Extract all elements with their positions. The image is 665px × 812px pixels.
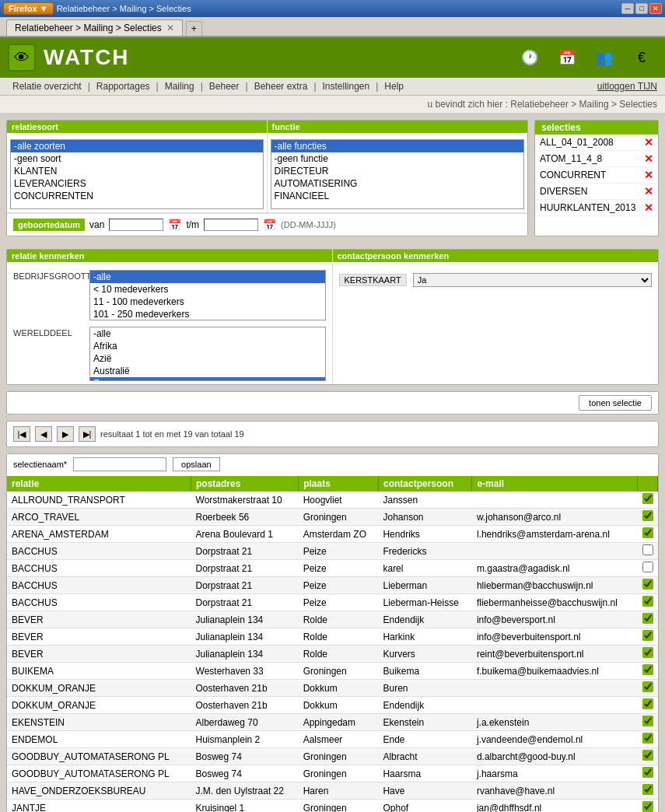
row-checkbox[interactable] (642, 630, 653, 641)
cell-relatie: BACCHUS (7, 560, 191, 577)
maximize-button[interactable]: □ (635, 3, 648, 14)
cell-checkbox[interactable] (638, 492, 658, 509)
main-tab[interactable]: Relatiebeheer > Mailing > Selecties ✕ (6, 19, 183, 36)
row-checkbox[interactable] (642, 613, 653, 624)
firefox-button[interactable]: Firefox ▼ (3, 2, 54, 15)
relatiesoort-option-geen[interactable]: -geen soort (11, 152, 263, 165)
wd-option-europa[interactable]: Europa (90, 377, 325, 381)
row-checkbox[interactable] (642, 544, 653, 555)
minimize-button[interactable]: ─ (621, 3, 634, 14)
relatiesoort-option-klanten[interactable]: KLANTEN (11, 165, 263, 177)
finance-icon[interactable]: € (626, 44, 657, 72)
bg-option-alle[interactable]: -alle (90, 271, 325, 283)
nav-instellingen[interactable]: Instellingen (318, 81, 375, 92)
cell-checkbox[interactable] (638, 526, 658, 543)
functie-listbox[interactable]: -alle functies -geen functie DIRECTEUR A… (271, 139, 525, 209)
row-checkbox[interactable] (642, 579, 653, 590)
kerstkaart-select[interactable]: Ja Nee -alle (413, 273, 652, 287)
wd-option-alle[interactable]: -alle (90, 327, 325, 340)
nav-relatie-overzicht[interactable]: Relatie overzicht (8, 81, 86, 92)
next-page-button[interactable]: ▶ (57, 426, 74, 442)
nav-mailing[interactable]: Mailing (160, 81, 199, 92)
row-checkbox[interactable] (642, 493, 653, 504)
row-checkbox[interactable] (642, 510, 653, 521)
last-page-button[interactable]: ▶| (79, 426, 96, 442)
nav-beheer[interactable]: Beheer (205, 81, 244, 92)
werelddeel-listbox[interactable]: -alle Afrika Azië Australië Europa Noord… (89, 327, 326, 381)
tm-calendar-icon[interactable]: 📅 (263, 219, 276, 231)
van-calendar-icon[interactable]: 📅 (168, 219, 181, 231)
nav-beheer-extra[interactable]: Beheer extra (250, 81, 313, 92)
delete-selectie-button[interactable]: ✕ (644, 185, 653, 198)
row-checkbox[interactable] (642, 784, 653, 795)
cell-checkbox[interactable] (638, 628, 658, 646)
cell-checkbox[interactable] (638, 509, 658, 526)
logout-link[interactable]: uitloggen TIJN (597, 81, 657, 92)
cell-checkbox[interactable] (638, 800, 658, 813)
functie-option-geen[interactable]: -geen functie (271, 152, 524, 165)
cell-checkbox[interactable] (638, 646, 658, 663)
bedrijfsgrootte-listbox[interactable]: -alle < 10 medeverkers 11 - 100 medeverk… (89, 270, 326, 320)
relatiesoort-option-concurrenten[interactable]: CONCURRENTEN (11, 190, 263, 202)
delete-selectie-button[interactable]: ✕ (644, 152, 653, 165)
cell-checkbox[interactable] (638, 577, 658, 594)
van-date-input[interactable] (109, 219, 163, 231)
cell-relatie: BACCHUS (7, 543, 191, 560)
cell-checkbox[interactable] (638, 594, 658, 611)
wd-option-australie[interactable]: Australië (90, 365, 325, 377)
row-checkbox[interactable] (642, 716, 653, 726)
first-page-button[interactable]: |◀ (13, 426, 30, 442)
relatiesoort-option-leveranciers[interactable]: LEVERANCIERS (11, 177, 263, 190)
clock-icon[interactable]: 🕐 (514, 44, 545, 72)
opslaan-button[interactable]: opslaan (173, 457, 220, 471)
cell-checkbox[interactable] (638, 611, 658, 628)
cell-checkbox[interactable] (638, 560, 658, 577)
delete-selectie-button[interactable]: ✕ (644, 169, 653, 181)
row-checkbox[interactable] (642, 664, 653, 675)
cell-checkbox[interactable] (638, 714, 658, 731)
new-tab-button[interactable]: + (186, 21, 202, 36)
delete-selectie-button[interactable]: ✕ (644, 201, 653, 214)
delete-selectie-button[interactable]: ✕ (644, 136, 653, 149)
prev-page-button[interactable]: ◀ (35, 426, 52, 442)
row-checkbox[interactable] (642, 647, 653, 658)
row-checkbox[interactable] (642, 681, 653, 692)
cell-checkbox[interactable] (638, 680, 658, 697)
relatiesoort-option-alle[interactable]: -alle zoorten (11, 140, 263, 152)
tm-date-input[interactable] (204, 219, 258, 231)
bg-option-250[interactable]: 101 - 250 medeverkers (90, 308, 325, 320)
nav-help[interactable]: Help (380, 81, 408, 92)
wd-option-afrika[interactable]: Afrika (90, 340, 325, 352)
cell-checkbox[interactable] (638, 697, 658, 714)
row-checkbox[interactable] (642, 750, 653, 761)
functie-option-automatisering[interactable]: AUTOMATISERING (271, 177, 524, 190)
cell-checkbox[interactable] (638, 765, 658, 782)
row-checkbox[interactable] (642, 801, 653, 812)
cell-checkbox[interactable] (638, 543, 658, 560)
selectienaam-input[interactable] (73, 457, 166, 471)
row-checkbox[interactable] (642, 767, 653, 778)
nav-rapportages[interactable]: Rapportages (92, 81, 155, 92)
cell-checkbox[interactable] (638, 782, 658, 800)
row-checkbox[interactable] (642, 562, 653, 572)
row-checkbox[interactable] (642, 596, 653, 607)
functie-option-financieel[interactable]: FINANCIEEL (271, 190, 524, 202)
row-checkbox[interactable] (642, 527, 653, 538)
users-icon[interactable]: 👥 (589, 44, 620, 72)
close-button[interactable]: ✕ (649, 3, 662, 14)
wd-option-azie[interactable]: Azië (90, 352, 325, 365)
tonen-selectie-button[interactable]: tonen selectie (579, 395, 652, 411)
bg-option-10[interactable]: < 10 medeverkers (90, 283, 325, 296)
functie-option-directeur[interactable]: DIRECTEUR (271, 165, 524, 177)
cell-email: m.gaastra@agadisk.nl (472, 560, 638, 577)
cell-checkbox[interactable] (638, 731, 658, 748)
calendar-icon[interactable]: 📅 (551, 44, 583, 72)
bg-option-100[interactable]: 11 - 100 medeverkers (90, 296, 325, 308)
row-checkbox[interactable] (642, 698, 653, 709)
cell-checkbox[interactable] (638, 748, 658, 765)
cell-checkbox[interactable] (638, 663, 658, 680)
row-checkbox[interactable] (642, 733, 653, 744)
tab-close-icon[interactable]: ✕ (166, 23, 174, 33)
functie-option-alle[interactable]: -alle functies (271, 140, 524, 152)
relatiesoort-listbox[interactable]: -alle zoorten -geen soort KLANTEN LEVERA… (10, 139, 264, 209)
